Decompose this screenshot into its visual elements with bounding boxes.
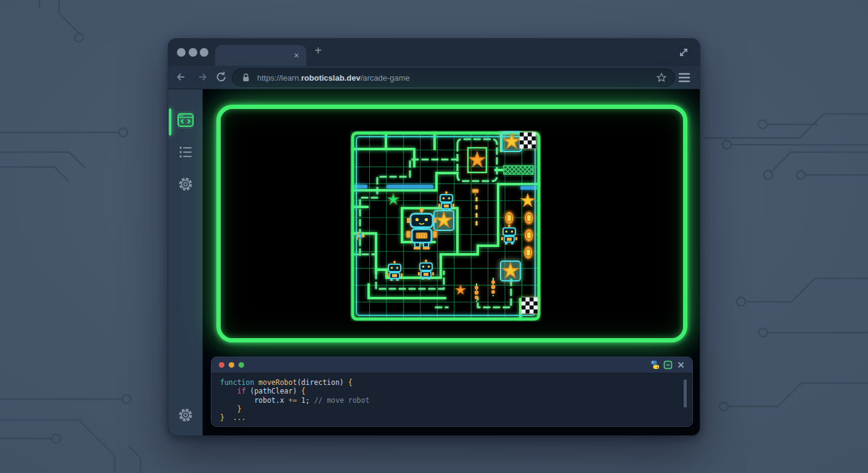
browser-window: × + https://learn.roboticslab.dev/arca <box>168 38 700 436</box>
python-icon[interactable] <box>650 360 660 370</box>
coin <box>505 212 514 225</box>
coin <box>524 246 533 259</box>
bookmark-star-icon[interactable] <box>656 72 667 83</box>
sidebar <box>168 89 203 435</box>
url-text: https://learn.roboticslab.dev/arcade-gam… <box>257 73 410 83</box>
finish-tile-bottom-right <box>522 297 538 313</box>
expand-icon[interactable] <box>678 46 690 59</box>
finish-tile-top-right <box>520 132 536 148</box>
menu-icon[interactable] <box>678 71 691 84</box>
forward-icon[interactable] <box>194 70 209 84</box>
window-content: function moveRobot(direction) { if (path… <box>168 89 700 435</box>
url-bar[interactable]: https://learn.roboticslab.dev/arcade-gam… <box>232 68 675 87</box>
code-content[interactable]: function moveRobot(direction) { if (path… <box>211 373 692 427</box>
lock-icon <box>240 71 252 84</box>
coin <box>525 212 534 225</box>
navigation-bar: https://learn.roboticslab.dev/arcade-gam… <box>168 66 700 89</box>
maze-svg maze-game[interactable] <box>350 131 541 321</box>
tab-strip: × + <box>168 39 700 66</box>
editor-dot-yellow[interactable] <box>229 362 234 368</box>
editor-dot-red[interactable] <box>219 362 224 368</box>
back-icon[interactable] <box>174 70 189 84</box>
code-scrollbar-thumb[interactable] <box>684 379 687 408</box>
reload-icon[interactable] <box>214 70 229 84</box>
window-dot-1[interactable] <box>177 48 186 57</box>
goal-star-top-right <box>502 132 522 152</box>
window-dot-2[interactable] <box>189 48 197 57</box>
page-viewport: function moveRobot(direction) { if (path… <box>203 89 700 435</box>
close-icon[interactable] <box>676 360 686 370</box>
sidebar-item-lessons list-icon[interactable] <box>177 144 194 161</box>
coin <box>525 229 534 242</box>
sidebar-item-settings gear-icon[interactable] <box>177 176 194 193</box>
maze-hatch-band <box>504 166 533 174</box>
editor-dot-green[interactable] <box>239 362 244 368</box>
new-tab-button[interactable]: + <box>311 44 325 57</box>
browser-tab[interactable]: × <box>215 45 306 66</box>
terminal-icon[interactable] <box>663 360 673 370</box>
code-editor-panel: function moveRobot(direction) { if (path… <box>211 357 693 427</box>
sidebar-item-arcade code-window-icon[interactable] <box>177 111 194 129</box>
sidebar-footer-settings gear-icon[interactable] <box>177 406 194 424</box>
active-indicator <box>169 108 171 135</box>
goal-star-bottom-right <box>501 261 520 281</box>
code-editor-header <box>211 357 692 373</box>
arcade-screen <box>216 105 687 342</box>
window-dot-3[interactable] <box>200 48 208 57</box>
target-star-cell <box>434 211 454 230</box>
tab-close-icon[interactable]: × <box>294 50 299 61</box>
